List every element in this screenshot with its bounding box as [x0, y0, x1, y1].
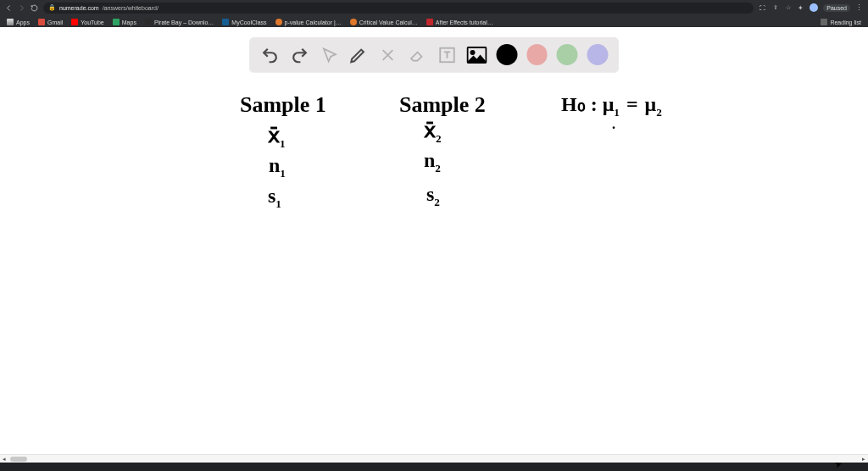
bookmark-item[interactable]: Maps: [113, 19, 136, 25]
undo-button[interactable]: [260, 45, 281, 65]
qr-icon[interactable]: ⛶: [759, 4, 766, 12]
bookmark-item[interactable]: MyCoolClass: [222, 19, 266, 25]
color-red[interactable]: [526, 44, 548, 65]
page-content: Sample 1 x̄1 n1 s1 Sample 2 x̄2 n2 s2 H₀…: [0, 27, 868, 463]
bookmark-item[interactable]: p-value Calculator |…: [275, 19, 342, 25]
url-host: numerade.com: [59, 5, 99, 11]
text-tool[interactable]: [437, 45, 457, 65]
nav-forward-button[interactable]: [18, 4, 25, 12]
url-path: /answers/whiteboard/: [103, 5, 159, 11]
svg-point-2: [470, 51, 474, 54]
bookmark-item[interactable]: Gmail: [38, 19, 63, 25]
pen-tool[interactable]: [348, 45, 369, 65]
color-green[interactable]: [557, 44, 578, 65]
reading-list-label: Reading list: [830, 19, 861, 25]
chrome-right-cluster: ⛶ ⇪ ☆ ✦ Paused ⋮: [759, 3, 863, 12]
whiteboard-canvas[interactable]: Sample 1 x̄1 n1 s1 Sample 2 x̄2 n2 s2 H₀…: [0, 80, 868, 463]
favicon: [38, 19, 45, 25]
text-hypothesis: H₀ : μ1 = μ2: [561, 92, 662, 119]
stray-dot: .: [612, 117, 615, 132]
text-sample1-title: Sample 1: [240, 92, 326, 118]
extensions-icon[interactable]: ✦: [797, 4, 804, 12]
profile-avatar[interactable]: [810, 3, 818, 12]
bookmark-label: p-value Calculator |…: [285, 19, 342, 25]
text-n2: n2: [424, 149, 441, 175]
browser-nav-row: 🔒 numerade.com /answers/whiteboard/ ⛶ ⇪ …: [0, 0, 868, 15]
reading-list-button[interactable]: Reading list: [821, 19, 861, 25]
menu-kebab-icon[interactable]: ⋮: [855, 4, 863, 12]
address-bar[interactable]: 🔒 numerade.com /answers/whiteboard/: [43, 3, 754, 14]
favicon: [113, 19, 120, 25]
bookmark-label: Maps: [122, 19, 136, 25]
image-tool[interactable]: [466, 45, 487, 65]
bookmark-label: Gmail: [47, 19, 63, 25]
profile-status-badge[interactable]: Paused: [823, 4, 850, 12]
bookmark-label: Pirate Bay – Downlo…: [154, 19, 214, 25]
text-n1: n1: [269, 154, 286, 180]
nav-reload-button[interactable]: [31, 4, 38, 12]
favicon: [145, 19, 152, 25]
bookmark-label: Apps: [16, 19, 30, 25]
bookmark-label: Critical Value Calcul…: [359, 19, 418, 25]
text-xbar1: x̄1: [268, 124, 286, 151]
redo-button[interactable]: [289, 45, 309, 65]
whiteboard-toolbar: [250, 37, 619, 72]
grid-icon: [7, 19, 14, 25]
star-icon[interactable]: ☆: [784, 4, 792, 12]
apps-shortcut[interactable]: Apps: [7, 19, 30, 25]
favicon: [222, 19, 229, 25]
bookmark-label: After Effects tutorial…: [436, 19, 493, 25]
scroll-left-arrow[interactable]: ◂: [0, 455, 8, 463]
text-xbar2: x̄2: [424, 119, 442, 146]
text-sample2-title: Sample 2: [399, 92, 486, 118]
bookmark-item[interactable]: After Effects tutorial…: [426, 19, 493, 25]
lock-icon: 🔒: [48, 4, 56, 11]
bookmark-item[interactable]: YouTube: [71, 19, 104, 25]
color-black[interactable]: [496, 44, 517, 65]
share-icon[interactable]: ⇪: [771, 4, 779, 12]
color-purple[interactable]: [587, 44, 609, 65]
reading-list-icon: [821, 19, 827, 25]
nav-back-button[interactable]: [5, 4, 13, 12]
favicon: [275, 19, 282, 25]
horizontal-scrollbar[interactable]: ◂ ▸: [0, 454, 868, 463]
text-s2: s2: [426, 183, 440, 209]
pointer-tool[interactable]: [319, 45, 339, 65]
tools-menu[interactable]: [378, 45, 398, 65]
favicon: [350, 19, 357, 25]
scroll-right-arrow[interactable]: ▸: [860, 455, 868, 463]
bookmark-label: MyCoolClass: [231, 19, 266, 25]
bookmark-label: YouTube: [81, 19, 104, 25]
favicon: [71, 19, 78, 25]
bookmark-item[interactable]: Pirate Bay – Downlo…: [145, 19, 214, 25]
favicon: [426, 19, 433, 25]
scroll-thumb[interactable]: [10, 457, 27, 462]
eraser-tool[interactable]: [408, 45, 428, 65]
text-s1: s1: [268, 185, 281, 211]
bookmark-item[interactable]: Critical Value Calcul…: [350, 19, 418, 25]
